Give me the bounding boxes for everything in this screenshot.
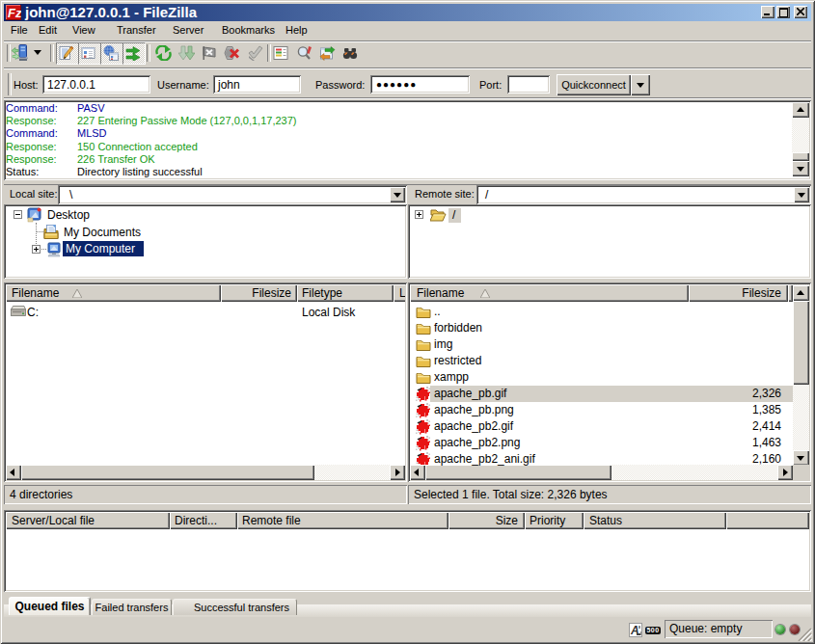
svg-text:Fz: Fz [8,6,21,20]
